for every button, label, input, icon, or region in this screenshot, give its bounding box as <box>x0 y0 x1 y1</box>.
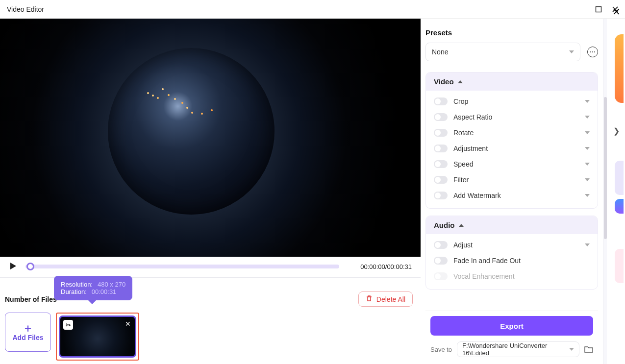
settings-scroll: Video Crop Aspect Ratio Rotate Adjustmen… <box>425 72 598 311</box>
chevron-down-icon <box>569 50 574 53</box>
option-fade[interactable]: Fade In and Fade Out <box>434 253 590 268</box>
playback-controls: 00:00:00/00:00:31 <box>0 257 421 276</box>
sidebar-peek-item[interactable] <box>615 161 624 195</box>
files-area: Resolution:480 x 270 Duration:00:00:31 N… <box>0 281 421 361</box>
audio-section-header[interactable]: Audio <box>426 216 598 234</box>
toggle-adjust[interactable] <box>434 241 448 249</box>
seek-bar[interactable] <box>25 265 339 268</box>
cut-icon[interactable]: ✂ <box>63 320 73 330</box>
toggle-crop[interactable] <box>434 97 448 105</box>
toggle-rotate[interactable] <box>434 129 448 137</box>
chevron-down-icon <box>585 131 590 134</box>
sidebar-peek-item[interactable] <box>615 199 624 214</box>
option-rotate[interactable]: Rotate <box>434 125 590 141</box>
video-section-header[interactable]: Video <box>426 73 598 91</box>
app-sidebar-peek: ✕ ❯ <box>607 19 624 364</box>
option-watermark[interactable]: Add Watermark <box>434 188 590 203</box>
svg-rect-0 <box>596 6 601 12</box>
chevron-down-icon <box>585 116 590 119</box>
option-adjust[interactable]: Adjust <box>434 237 590 253</box>
clip-thumbnail[interactable]: ✂ ✕ <box>59 315 136 358</box>
remove-clip-icon[interactable]: ✕ <box>125 320 131 328</box>
toggle-filter[interactable] <box>434 176 448 184</box>
file-count-label: Number of Files <box>5 295 57 303</box>
close-panel-icon[interactable]: ✕ <box>612 6 621 18</box>
option-aspect-ratio[interactable]: Aspect Ratio <box>434 109 590 125</box>
titlebar: Video Editor <box>0 0 625 19</box>
export-button[interactable]: Export <box>430 316 593 336</box>
collapse-icon <box>458 80 463 83</box>
chevron-down-icon <box>585 163 590 166</box>
audio-section: Audio Adjust Fade In and Fade Out Vocal … <box>425 216 598 290</box>
chevron-down-icon <box>585 243 590 246</box>
toggle-speed[interactable] <box>434 160 448 168</box>
save-to-label: Save to <box>430 346 452 353</box>
toggle-fade[interactable] <box>434 257 448 265</box>
sidebar-peek-item[interactable] <box>615 249 624 283</box>
option-speed[interactable]: Speed <box>434 156 590 172</box>
right-panel-wrap: Presets None ⋯ Video Crop Aspect Ratio <box>421 19 625 364</box>
chevron-down-icon <box>585 194 590 197</box>
export-area: Export Save to F:\Wondershare UniConvert… <box>425 311 598 364</box>
preview-content <box>108 48 275 215</box>
toggle-aspect[interactable] <box>434 113 448 121</box>
presets-title: Presets <box>425 28 598 37</box>
chevron-down-icon <box>569 348 574 351</box>
more-options-button[interactable]: ⋯ <box>587 47 598 57</box>
timecode: 00:00:00/00:00:31 <box>360 263 412 270</box>
trash-icon <box>366 295 373 303</box>
chevron-down-icon <box>585 100 590 103</box>
option-adjustment[interactable]: Adjustment <box>434 141 590 156</box>
panel-scrollbar[interactable] <box>603 19 607 364</box>
toggle-adjustment[interactable] <box>434 145 448 152</box>
option-vocal[interactable]: Vocal Enhancement <box>434 268 590 284</box>
option-crop[interactable]: Crop <box>434 94 590 109</box>
maximize-button[interactable] <box>595 5 602 13</box>
editor-main: 00:00:00/00:00:31 Resolution:480 x 270 D… <box>0 19 421 364</box>
settings-panel: Presets None ⋯ Video Crop Aspect Ratio <box>421 19 603 364</box>
sidebar-promo[interactable] <box>615 34 624 103</box>
delete-all-button[interactable]: Delete All <box>358 291 413 307</box>
option-filter[interactable]: Filter <box>434 172 590 188</box>
chevron-down-icon <box>585 147 590 150</box>
video-section: Video Crop Aspect Ratio Rotate Adjustmen… <box>425 72 598 209</box>
play-button[interactable] <box>9 262 19 271</box>
clip-highlight: ✂ ✕ <box>56 313 139 361</box>
save-path-select[interactable]: F:\Wondershare UniConverter 16\Edited <box>457 341 579 357</box>
plus-icon: ＋ <box>23 323 33 334</box>
chevron-right-icon[interactable]: ❯ <box>613 126 620 136</box>
folder-icon[interactable] <box>584 345 593 353</box>
chevron-down-icon <box>585 178 590 181</box>
window-title: Video Editor <box>7 5 44 13</box>
video-preview[interactable] <box>0 19 421 257</box>
preset-select[interactable]: None <box>425 43 580 61</box>
toggle-watermark[interactable] <box>434 192 448 199</box>
preview-content-lights <box>147 92 149 94</box>
collapse-icon <box>459 224 464 227</box>
toggle-vocal[interactable] <box>434 272 448 280</box>
clip-tooltip: Resolution:480 x 270 Duration:00:00:31 <box>54 276 132 300</box>
add-files-button[interactable]: ＋ Add Files <box>5 313 51 352</box>
seek-handle[interactable] <box>26 263 34 270</box>
